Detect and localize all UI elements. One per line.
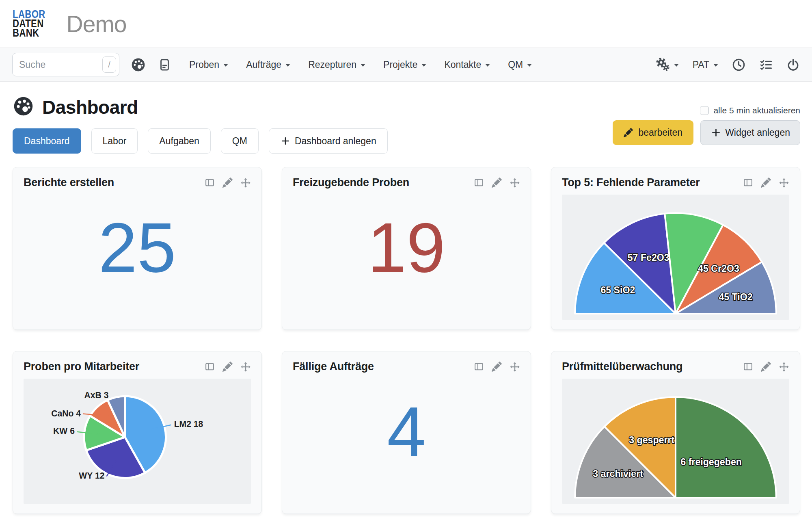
columns-icon[interactable]	[474, 362, 484, 372]
edit-icon[interactable]	[492, 178, 502, 188]
svg-text:45 Cr2O3: 45 Cr2O3	[698, 263, 739, 274]
chevron-down-icon	[485, 64, 490, 67]
move-icon[interactable]	[510, 178, 520, 188]
auto-refresh-control: alle 5 min aktualisieren	[700, 106, 800, 115]
columns-icon[interactable]	[205, 362, 215, 372]
widget-card-faellige-auftraege: Fällige Aufträge 4	[282, 351, 531, 514]
search-shortcut-badge: /	[102, 56, 116, 73]
add-dashboard-button[interactable]: Dashboard anlegen	[269, 128, 388, 154]
tab-dashboard[interactable]: Dashboard	[13, 128, 81, 154]
main-navbar: / Proben Aufträge Rezepturen Projekte Ko…	[0, 48, 812, 82]
chevron-down-icon	[421, 64, 426, 67]
widget-title: Top 5: Fehlende Parameter	[562, 176, 700, 189]
logo-line: BANK	[13, 28, 45, 38]
power-icon[interactable]	[786, 58, 800, 72]
svg-text:6 freigegeben: 6 freigegeben	[680, 457, 742, 467]
pencil-icon	[624, 128, 633, 137]
settings-menu[interactable]	[656, 58, 679, 72]
settings-gears-icon	[656, 58, 670, 72]
columns-icon[interactable]	[743, 178, 753, 188]
svg-text:3 gesperrt: 3 gesperrt	[629, 435, 674, 445]
widget-value: 25	[98, 212, 176, 282]
move-icon[interactable]	[240, 178, 251, 188]
auto-refresh-checkbox[interactable]	[700, 106, 709, 115]
tab-qm[interactable]: QM	[221, 128, 259, 154]
chevron-down-icon	[713, 64, 718, 67]
svg-text:WY 12: WY 12	[79, 471, 104, 480]
search-box[interactable]: /	[12, 53, 119, 76]
widget-card-top5-fehlende-parameter: Top 5: Fehlende Parameter 65 SiO257 Fe2O…	[551, 167, 800, 330]
document-icon[interactable]	[158, 58, 171, 72]
widget-title: Berichte erstellen	[24, 176, 114, 189]
svg-text:LM2 18: LM2 18	[174, 419, 203, 429]
app-title: Demo	[67, 11, 127, 37]
columns-icon[interactable]	[474, 178, 484, 188]
plus-icon	[710, 127, 721, 138]
palette-icon[interactable]	[131, 57, 146, 72]
labordatenbank-logo[interactable]: LABOR DATEN BANK	[13, 10, 45, 38]
add-widget-button[interactable]: Widget anlegen	[700, 120, 800, 145]
auto-refresh-label: alle 5 min aktualisieren	[713, 106, 800, 115]
menu-rezepturen[interactable]: Rezepturen	[308, 59, 365, 70]
user-menu[interactable]: PAT	[693, 59, 718, 70]
tab-labor[interactable]: Labor	[91, 128, 138, 154]
widget-card-berichte: Berichte erstellen 25	[13, 167, 262, 330]
move-icon[interactable]	[779, 178, 789, 188]
svg-text:CaNo 4: CaNo 4	[51, 409, 81, 418]
widget-card-proben-pro-mitarbeiter: Proben pro Mitarbeiter LM2 18WY 12KW 6Ca…	[13, 351, 262, 514]
widget-title: Prüfmittelüberwachung	[562, 360, 682, 373]
page-title: Dashboard	[42, 96, 138, 118]
widget-grid: Berichte erstellen 25 Freizugebende Prob…	[13, 167, 800, 514]
edit-dashboard-button[interactable]: bearbeiten	[613, 120, 693, 145]
half-pie-chart[interactable]: 65 SiO257 Fe2O345 Cr2O345 TiO2	[562, 195, 789, 320]
half-pie-chart[interactable]: 3 archiviert3 gesperrt6 freigegeben	[562, 379, 789, 504]
chevron-down-icon	[674, 64, 679, 67]
edit-icon[interactable]	[761, 362, 771, 372]
menu-proben[interactable]: Proben	[189, 59, 228, 70]
svg-text:57 Fe2O3: 57 Fe2O3	[628, 252, 669, 263]
search-input[interactable]	[13, 53, 94, 76]
widget-card-freizugebende-proben: Freizugebende Proben 19	[282, 167, 531, 330]
pie-chart[interactable]: LM2 18WY 12KW 6CaNo 4AxB 3	[24, 379, 251, 504]
edit-icon[interactable]	[222, 178, 233, 188]
move-icon[interactable]	[240, 362, 251, 372]
menu-projekte[interactable]: Projekte	[383, 59, 426, 70]
svg-text:65 SiO2: 65 SiO2	[600, 285, 635, 295]
svg-text:45 TiO2: 45 TiO2	[719, 292, 752, 302]
svg-text:KW 6: KW 6	[53, 426, 75, 436]
svg-text:3 archiviert: 3 archiviert	[593, 468, 643, 479]
chevron-down-icon	[285, 64, 290, 67]
columns-icon[interactable]	[205, 178, 215, 188]
plus-icon	[280, 136, 291, 146]
svg-text:AxB 3: AxB 3	[84, 390, 109, 400]
widget-title: Proben pro Mitarbeiter	[24, 360, 139, 373]
widget-title: Freizugebende Proben	[293, 176, 409, 189]
widget-value: 19	[367, 212, 445, 282]
menu-kontakte[interactable]: Kontakte	[444, 59, 490, 70]
widget-value: 4	[387, 397, 426, 466]
menu-auftraege[interactable]: Aufträge	[246, 59, 290, 70]
app-header: LABOR DATEN BANK Demo	[0, 0, 812, 48]
chevron-down-icon	[223, 64, 228, 67]
widget-card-pruefmittelueberwachung: Prüfmittelüberwachung 3 archiviert3 gesp…	[551, 351, 800, 514]
move-icon[interactable]	[779, 362, 789, 372]
edit-icon[interactable]	[222, 362, 233, 372]
move-icon[interactable]	[510, 362, 520, 372]
checklist-icon[interactable]	[759, 58, 773, 72]
clock-icon[interactable]	[732, 58, 745, 72]
chevron-down-icon	[361, 64, 365, 67]
dashboard-palette-icon	[13, 95, 34, 119]
columns-icon[interactable]	[743, 362, 753, 372]
edit-icon[interactable]	[761, 178, 771, 188]
edit-icon[interactable]	[492, 362, 502, 372]
tab-aufgaben[interactable]: Aufgaben	[148, 128, 210, 154]
menu-qm[interactable]: QM	[508, 59, 532, 70]
chevron-down-icon	[527, 64, 532, 67]
widget-title: Fällige Aufträge	[293, 360, 374, 373]
